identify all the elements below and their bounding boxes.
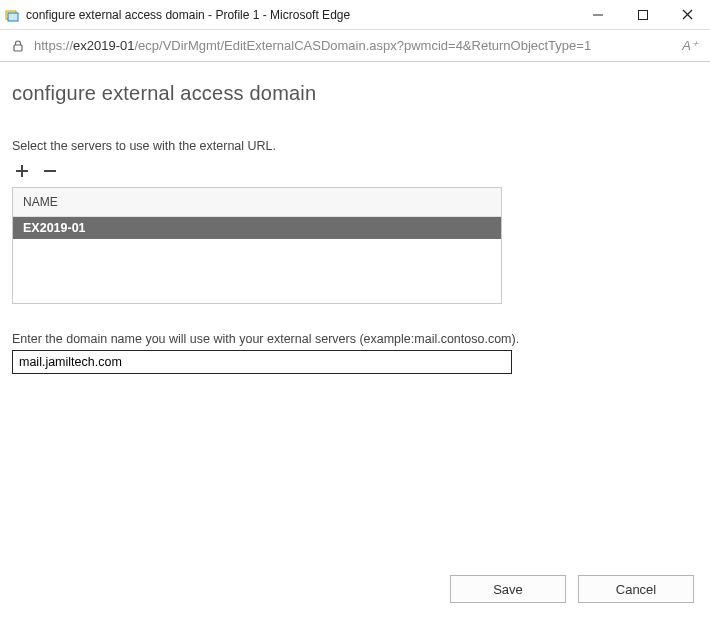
url-scheme: https:// <box>34 38 73 53</box>
close-button[interactable] <box>665 0 710 30</box>
url-host: ex2019-01 <box>73 38 134 53</box>
server-select-instruction: Select the servers to use with the exter… <box>12 139 698 153</box>
url-path: /ecp/VDirMgmt/EditExternalCASDomain.aspx… <box>134 38 591 53</box>
maximize-button[interactable] <box>620 0 665 30</box>
server-list: NAME EX2019-01 <box>12 187 502 304</box>
svg-rect-6 <box>14 45 22 51</box>
remove-server-button[interactable] <box>40 161 60 181</box>
window-title: configure external access domain - Profi… <box>26 8 575 22</box>
lock-icon <box>8 39 28 53</box>
domain-instruction: Enter the domain name you will use with … <box>12 332 698 346</box>
window-titlebar: configure external access domain - Profi… <box>0 0 710 30</box>
server-list-body: EX2019-01 <box>13 217 501 303</box>
page-content: configure external access domain Select … <box>0 62 710 625</box>
server-row[interactable]: EX2019-01 <box>13 217 501 239</box>
address-bar[interactable]: https://ex2019-01/ecp/VDirMgmt/EditExter… <box>0 30 710 62</box>
column-header-name[interactable]: NAME <box>13 188 501 217</box>
cancel-button[interactable]: Cancel <box>578 575 694 603</box>
svg-rect-3 <box>638 10 647 19</box>
read-aloud-icon[interactable]: A⁺ <box>678 38 702 53</box>
save-button[interactable]: Save <box>450 575 566 603</box>
server-list-toolbar <box>12 161 698 181</box>
external-domain-input[interactable] <box>12 350 512 374</box>
add-server-button[interactable] <box>12 161 32 181</box>
window-favicon <box>4 7 20 23</box>
url-text: https://ex2019-01/ecp/VDirMgmt/EditExter… <box>34 38 678 53</box>
dialog-footer: Save Cancel <box>450 575 694 603</box>
svg-rect-1 <box>8 13 18 21</box>
minimize-button[interactable] <box>575 0 620 30</box>
page-title: configure external access domain <box>12 82 698 105</box>
